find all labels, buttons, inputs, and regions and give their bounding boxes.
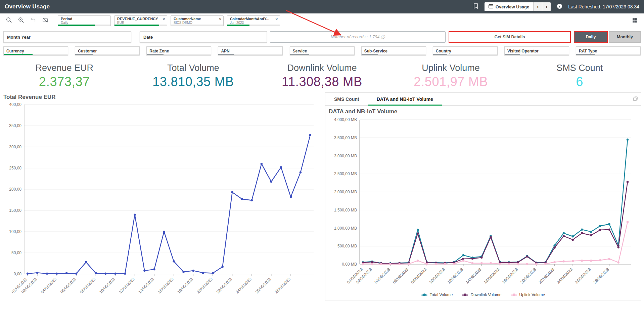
number-of-records-input[interactable] bbox=[270, 31, 446, 43]
chart-title: DATA and NB-IoT Volume bbox=[325, 106, 641, 115]
svg-text:08/06/2023: 08/06/2023 bbox=[410, 267, 428, 285]
svg-text:4.000,00 MB: 4.000,00 MB bbox=[334, 117, 357, 122]
revenue-line-chart[interactable]: 0,0050,00100,00150,00200,00250,00300,003… bbox=[3, 101, 321, 301]
close-icon[interactable]: × bbox=[219, 17, 222, 22]
close-icon[interactable]: × bbox=[275, 17, 278, 22]
kpi-uplink-volume: Uplink Volume 2.501,97 MB bbox=[386, 63, 515, 89]
customer-filter[interactable]: Customer bbox=[75, 46, 140, 55]
svg-text:06/06/2023: 06/06/2023 bbox=[59, 277, 77, 295]
svg-text:3.000,00 MB: 3.000,00 MB bbox=[334, 154, 357, 158]
selection-pill-period[interactable]: Period Daily × bbox=[58, 15, 111, 26]
sheet-selector-button[interactable]: Overview Usage bbox=[485, 2, 533, 11]
kpi-downlink-volume: Downlink Volume 11.308,38 MB bbox=[258, 63, 386, 89]
pill-value: Daily bbox=[61, 21, 104, 25]
filter-label: Visited Operator bbox=[507, 49, 539, 53]
date-filter[interactable]: Date bbox=[140, 31, 267, 43]
filter-bar-dimensions: Currency Customer Rate Zone APN Service … bbox=[0, 45, 644, 59]
filter-selection-bar bbox=[290, 54, 354, 55]
revenue-chart-panel: Total Revenue EUR 0,0050,00100,00150,002… bbox=[3, 92, 321, 301]
selection-pill-revenue-currency[interactable]: REVENUE_CURRENCY EUR × bbox=[114, 15, 167, 26]
kpi-value: 13.810,35 MB bbox=[129, 75, 258, 89]
get-sim-details-button[interactable]: Get SIM Details bbox=[449, 31, 571, 43]
button-label: Daily bbox=[586, 35, 596, 39]
app-header: Overview Usage Overview Usage ‹ › bbox=[0, 0, 644, 13]
selection-pill-customer-name[interactable]: CustomerName BICS DEMO × bbox=[171, 15, 224, 26]
pill-value: BICS DEMO bbox=[174, 21, 217, 25]
filter-selection-bar bbox=[218, 54, 282, 55]
clear-selections-button[interactable] bbox=[40, 16, 50, 26]
sheet-name: Overview Usage bbox=[496, 4, 529, 9]
filter-label: APN bbox=[221, 49, 229, 53]
country-filter[interactable]: Country bbox=[433, 46, 498, 55]
svg-text:3.500,00 MB: 3.500,00 MB bbox=[334, 135, 357, 140]
pill-selection-bar bbox=[58, 25, 110, 26]
selections-clear-search-button[interactable] bbox=[16, 16, 26, 26]
filter-label: Sub-Service bbox=[364, 49, 387, 53]
svg-text:04/06/2023: 04/06/2023 bbox=[373, 267, 391, 285]
svg-text:2.000,00 MB: 2.000,00 MB bbox=[334, 190, 357, 194]
svg-text:22/06/2023: 22/06/2023 bbox=[538, 267, 555, 285]
close-icon[interactable]: × bbox=[163, 17, 165, 22]
volume-line-chart[interactable]: 0,00 MB500,00 MB1.000,00 MB1.500,00 MB2.… bbox=[325, 115, 641, 291]
button-label: Monthly bbox=[617, 35, 633, 39]
legend-item-total-volume[interactable]: Total Volume bbox=[421, 292, 453, 297]
chart-legend: Total Volume Downlink Volume Uplink Volu… bbox=[325, 291, 641, 301]
next-sheet-button[interactable]: › bbox=[542, 2, 551, 11]
svg-text:28/06/2023: 28/06/2023 bbox=[274, 277, 292, 295]
daily-button[interactable]: Daily bbox=[574, 31, 608, 43]
bookmark-button[interactable] bbox=[471, 2, 480, 11]
svg-text:20/06/2023: 20/06/2023 bbox=[196, 277, 214, 295]
service-filter[interactable]: Service bbox=[290, 46, 355, 55]
rat-type-filter[interactable]: RAT Type bbox=[576, 46, 641, 55]
svg-text:06/06/2023: 06/06/2023 bbox=[392, 267, 410, 285]
month-year-filter[interactable]: Month Year bbox=[3, 31, 131, 43]
svg-text:04/06/2023: 04/06/2023 bbox=[40, 277, 58, 295]
kpi-revenue: Revenue EUR 2.373,37 bbox=[0, 63, 129, 89]
filter-label: Service bbox=[293, 49, 307, 53]
filter-label: Country bbox=[436, 49, 451, 53]
legend-marker bbox=[462, 295, 468, 296]
search-icon bbox=[6, 17, 12, 25]
legend-item-uplink-volume[interactable]: Uplink Volume bbox=[511, 292, 545, 297]
selections-back-button[interactable] bbox=[28, 16, 38, 26]
sheet-icon bbox=[489, 4, 493, 9]
header-actions: Overview Usage ‹ › Last Refreshed: 17/07… bbox=[471, 2, 639, 11]
legend-item-downlink-volume[interactable]: Downlink Volume bbox=[462, 292, 501, 297]
svg-text:26/06/2023: 26/06/2023 bbox=[574, 267, 592, 285]
svg-text:1.000,00 MB: 1.000,00 MB bbox=[334, 226, 357, 231]
kpi-value: 2.373,37 bbox=[0, 75, 129, 89]
kpi-title: Downlink Volume bbox=[258, 63, 386, 73]
svg-text:2.500,00 MB: 2.500,00 MB bbox=[334, 171, 357, 176]
svg-text:14/06/2023: 14/06/2023 bbox=[137, 277, 155, 295]
expand-panel-button[interactable] bbox=[630, 93, 641, 105]
tab-data-nbiot-volume[interactable]: DATA and NB-IoT Volume bbox=[368, 93, 442, 105]
monthly-button[interactable]: Monthly bbox=[609, 31, 641, 43]
tab-sms-count[interactable]: SMS Count bbox=[325, 93, 368, 105]
selection-pill-calendar-month[interactable]: CalendarMonthAndY... Jun 2023 × bbox=[227, 15, 280, 26]
svg-text:300,00: 300,00 bbox=[9, 145, 21, 149]
smart-search-button[interactable] bbox=[4, 16, 14, 26]
kpi-sms-count: SMS Count 6 bbox=[515, 63, 644, 89]
visited-operator-filter[interactable]: Visited Operator bbox=[504, 46, 569, 55]
svg-text:50,00: 50,00 bbox=[11, 250, 21, 255]
rate-zone-filter[interactable]: Rate Zone bbox=[146, 46, 211, 55]
previous-sheet-button[interactable]: ‹ bbox=[533, 2, 542, 11]
currency-filter[interactable]: Currency bbox=[3, 46, 68, 55]
filter-label: RAT Type bbox=[579, 49, 597, 53]
grid-view-button[interactable] bbox=[630, 16, 640, 26]
svg-text:10/06/2023: 10/06/2023 bbox=[428, 267, 446, 285]
filter-selection-bar bbox=[576, 54, 640, 55]
info-button[interactable] bbox=[555, 2, 564, 11]
svg-text:100,00: 100,00 bbox=[9, 229, 21, 234]
volume-chart-panel: SMS Count DATA and NB-IoT Volume DATA an… bbox=[325, 92, 641, 301]
sub-service-filter[interactable]: Sub-Service bbox=[361, 46, 426, 55]
kpi-value: 11.308,38 MB bbox=[258, 75, 386, 89]
svg-text:0,00: 0,00 bbox=[14, 272, 22, 276]
svg-text:0,00 MB: 0,00 MB bbox=[342, 262, 357, 267]
filter-selection-bar bbox=[505, 54, 569, 55]
legend-label: Uplink Volume bbox=[519, 292, 545, 297]
filter-label: Rate Zone bbox=[149, 49, 169, 53]
chart-title: Total Revenue EUR bbox=[3, 92, 321, 101]
apn-filter[interactable]: APN bbox=[218, 46, 283, 55]
clear-selections-icon bbox=[42, 17, 49, 25]
